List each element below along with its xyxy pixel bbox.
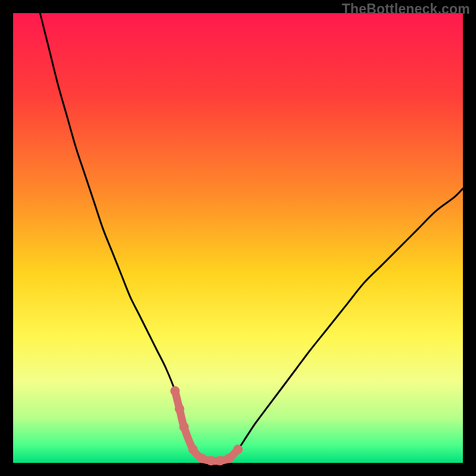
bottleneck-highlight-dot [170,386,180,396]
watermark-text: TheBottleneck.com [342,1,470,17]
bottleneck-highlight-dot [215,456,225,465]
bottleneck-highlight-dot [179,422,189,432]
bottleneck-highlight-dot [198,453,207,463]
bottleneck-highlight-dot [175,404,184,414]
bottleneck-highlight-dot [224,453,234,463]
bottleneck-highlight-dot [188,444,198,454]
bottleneck-curve [40,13,463,461]
bottleneck-highlight-dot [206,456,216,465]
bottleneck-highlight-dot [233,444,243,454]
chart-frame: TheBottleneck.com [0,0,476,476]
chart-curves-svg [13,13,463,463]
